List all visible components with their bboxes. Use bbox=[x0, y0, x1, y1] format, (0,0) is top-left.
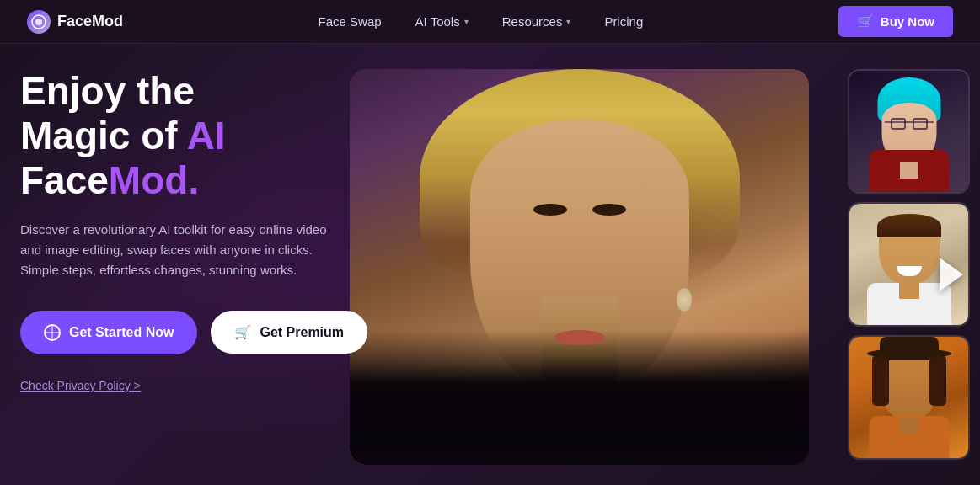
svg-point-1 bbox=[35, 19, 42, 25]
thumbnail-2[interactable] bbox=[848, 202, 970, 327]
brand-logo[interactable]: FaceMod bbox=[27, 10, 123, 34]
hero-main-photo bbox=[350, 69, 809, 465]
logo-icon bbox=[27, 10, 51, 34]
navbar: FaceMod Face Swap AI Tools ▾ Resources ▾… bbox=[0, 0, 980, 44]
hero-title-facemod: FaceMod. bbox=[20, 158, 199, 202]
nav-pricing[interactable]: Pricing bbox=[604, 14, 643, 29]
nav-resources[interactable]: Resources ▾ bbox=[502, 14, 571, 29]
get-started-button[interactable]: Get Started Now bbox=[20, 311, 197, 354]
hero-title: Enjoy the Magic of AI FaceMod. bbox=[20, 69, 383, 203]
chevron-down-icon: ▾ bbox=[566, 17, 570, 26]
hero-section: Enjoy the Magic of AI FaceMod. Discover … bbox=[0, 44, 980, 485]
hero-photo-placeholder bbox=[350, 69, 809, 465]
cart-icon: 🛒 bbox=[857, 13, 874, 29]
chevron-down-icon: ▾ bbox=[464, 17, 469, 26]
hero-content: Enjoy the Magic of AI FaceMod. Discover … bbox=[20, 69, 383, 393]
hero-description: Discover a revolutionary AI toolkit for … bbox=[20, 220, 349, 280]
hero-buttons: Get Started Now 🛒 Get Premium bbox=[20, 311, 383, 354]
nav-face-swap[interactable]: Face Swap bbox=[319, 14, 382, 29]
get-premium-button[interactable]: 🛒 Get Premium bbox=[211, 311, 367, 354]
globe-icon bbox=[44, 324, 61, 341]
privacy-policy-link[interactable]: Check Privacy Policy > bbox=[20, 379, 141, 392]
nav-links: Face Swap AI Tools ▾ Resources ▾ Pricing bbox=[319, 14, 644, 29]
cart-icon: 🛒 bbox=[234, 324, 251, 340]
nav-right: 🛒 Buy Now bbox=[838, 6, 953, 37]
thumbnail-1[interactable] bbox=[848, 69, 970, 194]
buy-now-button[interactable]: 🛒 Buy Now bbox=[838, 6, 953, 37]
thumbnail-3[interactable] bbox=[848, 335, 970, 460]
nav-ai-tools[interactable]: AI Tools ▾ bbox=[415, 14, 469, 29]
hero-thumbnails bbox=[848, 69, 970, 460]
brand-name: FaceMod bbox=[57, 13, 123, 30]
hero-title-magic: Magic of bbox=[20, 114, 187, 157]
